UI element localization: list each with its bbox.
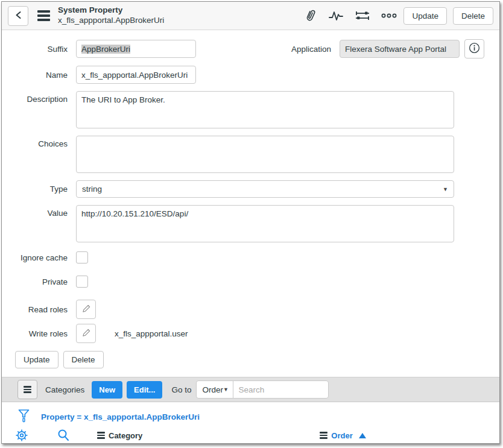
list-context-menu-button[interactable] — [17, 380, 37, 399]
system-property-form: Suffix AppBrokerUri Application Flexera … — [2, 30, 499, 368]
filter-breadcrumb-row: Property = x_fls_appportal.AppBrokerUri — [2, 408, 499, 426]
goto-label: Go to — [171, 385, 191, 394]
header-actions: Update Delete — [303, 7, 493, 25]
new-button[interactable]: New — [92, 381, 122, 399]
hamburger-icon — [24, 385, 31, 394]
private-label: Private — [2, 277, 76, 286]
update-button-header[interactable]: Update — [403, 7, 447, 25]
filter-condition-link[interactable]: Property = x_fls_appportal.AppBrokerUri — [41, 412, 200, 421]
suffix-input[interactable]: AppBrokerUri — [76, 40, 196, 58]
description-row: Description The URI to App Broker. — [2, 91, 499, 128]
column-header-order[interactable]: Order — [320, 431, 365, 440]
chevron-down-icon: ▼ — [223, 386, 229, 393]
list-search-icon[interactable] — [57, 429, 70, 442]
edit-button[interactable]: Edit... — [127, 381, 162, 399]
filter-funnel-icon[interactable] — [18, 409, 30, 426]
activity-stream-icon[interactable] — [328, 9, 344, 22]
read-roles-edit-button[interactable] — [76, 300, 96, 319]
chevron-down-icon: ▼ — [443, 186, 448, 192]
column-header-category[interactable]: Category — [97, 431, 142, 440]
write-roles-edit-button[interactable] — [76, 324, 96, 343]
more-options-icon[interactable] — [381, 13, 397, 19]
value-label: Value — [2, 205, 76, 218]
column-menu-icon[interactable] — [320, 431, 327, 440]
column-label: Category — [109, 431, 142, 440]
delete-button-header[interactable]: Delete — [453, 7, 493, 25]
paperclip-icon[interactable] — [303, 8, 317, 23]
suffix-value: AppBrokerUri — [81, 45, 130, 54]
context-menu-icon[interactable] — [37, 8, 50, 24]
read-roles-row: Read roles — [2, 300, 499, 319]
ignore-cache-label: Ignore cache — [2, 253, 76, 262]
column-menu-icon[interactable] — [97, 431, 105, 440]
application-label: Application — [291, 45, 340, 54]
suffix-application-row: Suffix AppBrokerUri Application Flexera … — [2, 39, 499, 58]
chevron-left-icon — [15, 11, 22, 21]
value-textarea[interactable]: http://10.20.151.210/ESD/api/ — [76, 205, 454, 242]
pencil-icon — [81, 304, 91, 315]
application-group: Application Flexera Software App Portal — [291, 39, 499, 58]
application-field: Flexera Software App Portal — [340, 40, 460, 58]
related-list-title: Categories — [45, 385, 84, 394]
ignore-cache-row: Ignore cache — [2, 251, 499, 263]
description-label: Description — [2, 91, 76, 104]
type-select[interactable]: string ▼ — [76, 180, 454, 198]
delete-button-footer[interactable]: Delete — [63, 351, 104, 368]
list-personalize-gear-icon[interactable] — [15, 429, 28, 442]
value-row: Value http://10.20.151.210/ESD/api/ — [2, 205, 499, 242]
form-header: System Property x_fls_appportal.AppBroke… — [2, 2, 499, 30]
name-input[interactable] — [76, 66, 196, 84]
suffix-label: Suffix — [2, 45, 76, 54]
name-row: Name — [2, 66, 499, 84]
private-checkbox[interactable] — [76, 276, 88, 288]
write-roles-value: x_fls_appportal.user — [115, 329, 188, 338]
choices-textarea[interactable] — [76, 136, 454, 173]
record-name: x_fls_appportal.AppBrokerUri — [58, 16, 164, 26]
info-icon — [469, 42, 480, 55]
type-row: Type string ▼ — [2, 180, 499, 198]
private-row: Private — [2, 276, 499, 288]
read-roles-label: Read roles — [2, 305, 76, 314]
system-property-window: System Property x_fls_appportal.AppBroke… — [1, 1, 500, 444]
list-search-input[interactable] — [233, 380, 329, 399]
goto-selected-value: Order — [202, 385, 223, 394]
write-roles-row: Write roles x_fls_appportal.user — [2, 324, 499, 343]
choices-row: Choices — [2, 136, 499, 173]
name-label: Name — [2, 71, 76, 80]
ignore-cache-checkbox[interactable] — [76, 251, 88, 263]
pencil-icon — [81, 328, 91, 339]
application-info-button[interactable] — [464, 39, 484, 58]
column-label: Order — [331, 431, 352, 440]
description-textarea[interactable]: The URI to App Broker. — [76, 91, 454, 128]
form-footer-buttons: Update Delete — [2, 351, 499, 368]
page-title: System Property — [58, 5, 164, 16]
categories-toolbar: Categories New Edit... Go to Order ▼ — [2, 377, 499, 402]
choices-label: Choices — [2, 136, 76, 148]
categories-list-header: Category Order — [2, 427, 499, 444]
personalize-form-icon[interactable] — [355, 9, 370, 22]
type-selected-value: string — [82, 185, 102, 194]
type-label: Type — [2, 185, 76, 194]
write-roles-label: Write roles — [2, 329, 76, 338]
update-button-footer[interactable]: Update — [15, 351, 59, 368]
sort-ascending-icon — [359, 433, 366, 438]
back-button[interactable] — [8, 6, 28, 26]
record-title-block: System Property x_fls_appportal.AppBroke… — [58, 5, 164, 26]
goto-column-select[interactable]: Order ▼ — [196, 380, 233, 399]
